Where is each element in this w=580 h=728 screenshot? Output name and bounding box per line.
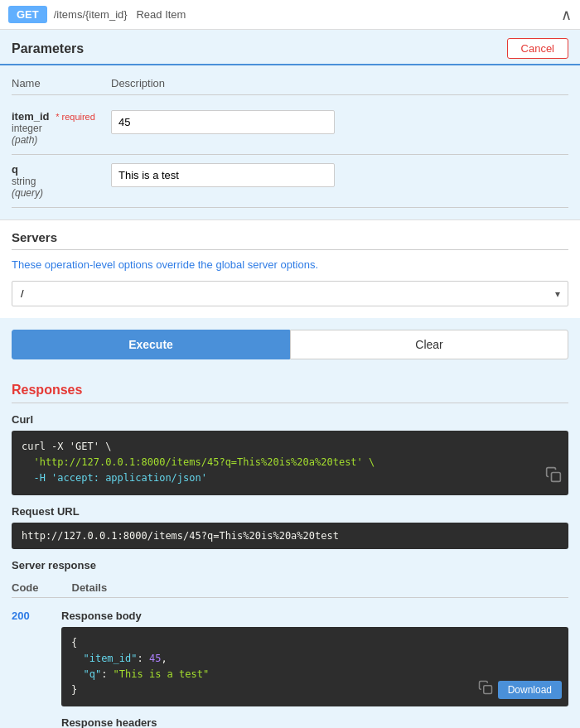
param-row-item-id: item_id * required integer (path)	[12, 102, 568, 155]
execute-button[interactable]: Execute	[12, 330, 290, 359]
curl-line-2: 'http://127.0.0.1:8000/items/45?q=This%2…	[22, 456, 375, 468]
response-body-label: Response body	[61, 610, 568, 622]
servers-title: Servers	[12, 230, 568, 244]
response-headers-label: Response headers	[61, 716, 568, 728]
servers-note: These operation-level options override t…	[12, 258, 568, 271]
json-item-id-key: "item_id": 45,	[71, 653, 167, 664]
curl-section: Curl curl -X 'GET' \ 'http://127.0.0.1:8…	[12, 413, 568, 495]
server-select[interactable]: /	[12, 281, 568, 306]
response-body-block: { "item_id": 45, "q": "This is a test" }	[61, 627, 568, 707]
responses-title: Responses	[12, 383, 568, 403]
col-code-header: Code	[12, 581, 39, 594]
curl-code-block: curl -X 'GET' \ 'http://127.0.0.1:8000/i…	[12, 431, 568, 495]
parameters-area: Name Description item_id * required inte…	[0, 65, 580, 219]
param-meta-q: q string (query)	[12, 163, 111, 199]
param-row-q: q string (query)	[12, 155, 568, 208]
copy-curl-icon[interactable]	[545, 466, 562, 488]
server-select-wrapper: / ▾	[12, 281, 568, 306]
param-type-q: string	[12, 176, 111, 187]
response-row-200: 200 Response body { "item_id": 45, "q": …	[12, 603, 568, 728]
response-details: Response body { "item_id": 45, "q": "Thi…	[61, 610, 568, 728]
params-col-headers: Name Description	[12, 72, 568, 95]
request-url-block: http://127.0.0.1:8000/items/45?q=This%20…	[12, 523, 568, 549]
response-body-actions: Download	[478, 680, 562, 700]
server-response-label: Server response	[12, 559, 568, 571]
json-brace-close: }	[71, 684, 77, 696]
download-button[interactable]: Download	[498, 681, 562, 699]
svg-rect-1	[483, 686, 491, 694]
header-bar: GET /items/{item_id} Read Item ∧	[0, 0, 580, 30]
param-input-area-item-id	[111, 110, 568, 134]
curl-line-1: curl -X 'GET' \	[22, 441, 111, 452]
copy-response-icon[interactable]	[478, 680, 493, 700]
param-name-q: q	[12, 163, 18, 176]
collapse-icon[interactable]: ∧	[561, 6, 572, 24]
param-type-item-id: integer	[12, 123, 111, 134]
cancel-button[interactable]: Cancel	[507, 38, 568, 59]
param-meta-item-id: item_id * required integer (path)	[12, 110, 111, 146]
param-location-q: (query)	[12, 187, 111, 199]
svg-rect-0	[552, 473, 561, 482]
param-name-item-id: item_id	[12, 110, 50, 123]
servers-section: Servers These operation-level options ov…	[0, 219, 580, 318]
curl-line-3: -H 'accept: application/json'	[22, 472, 207, 484]
header-left: GET /items/{item_id} Read Item	[8, 6, 186, 23]
request-url-section: Request URL http://127.0.0.1:8000/items/…	[12, 505, 568, 549]
action-buttons: Execute Clear	[12, 330, 568, 359]
responses-section: Responses Curl curl -X 'GET' \ 'http://1…	[0, 371, 580, 728]
col-name-header: Name	[12, 77, 111, 89]
server-response-section: Server response Code Details 200 Respons…	[12, 559, 568, 728]
param-input-q[interactable]	[111, 163, 335, 187]
response-table-header: Code Details	[12, 578, 568, 598]
response-code-200: 200	[12, 610, 61, 622]
param-input-item-id[interactable]	[111, 110, 335, 134]
parameters-section-header: Parameters Cancel	[0, 30, 580, 65]
col-details-header: Details	[72, 581, 108, 594]
param-input-area-q	[111, 163, 568, 187]
api-path: /items/{item_id} Read Item	[54, 8, 186, 21]
main-content: Parameters Cancel Name Description item_…	[0, 30, 580, 728]
parameters-title: Parameters	[12, 41, 84, 56]
col-desc-header: Description	[111, 77, 568, 89]
operation-name: Read Item	[136, 8, 186, 21]
request-url-label: Request URL	[12, 505, 568, 518]
param-location-item-id: (path)	[12, 134, 111, 146]
curl-label: Curl	[12, 413, 568, 426]
json-q-key: "q": "This is a test"	[71, 668, 209, 680]
param-required-item-id: * required	[56, 112, 95, 122]
json-brace-open: {	[71, 637, 77, 648]
clear-button[interactable]: Clear	[290, 330, 568, 359]
http-method-badge: GET	[8, 6, 47, 23]
